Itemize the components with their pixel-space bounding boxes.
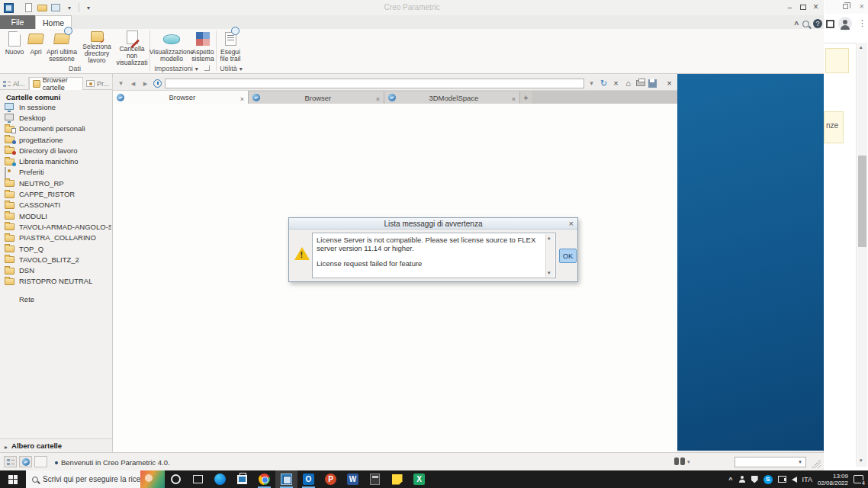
browser-tab-3dmodelspace[interactable]: 3DModelSpace [384, 92, 520, 104]
resize-grip[interactable] [812, 459, 821, 468]
outlook-button[interactable] [297, 470, 320, 488]
folder-item[interactable]: TAVOLI-ARMAD-ANGOLO-S... [5, 221, 111, 232]
tray-expand-icon[interactable] [728, 476, 732, 483]
excel-button[interactable] [408, 470, 430, 488]
start-button[interactable] [0, 470, 26, 488]
chrome-button[interactable] [253, 470, 275, 488]
folder-item[interactable]: DSN [5, 265, 111, 275]
close-tab-icon[interactable] [512, 91, 516, 104]
minimize-button[interactable] [783, 2, 796, 12]
folder-item[interactable]: NEUTRO_RP [5, 178, 111, 188]
restore-icon[interactable] [843, 4, 848, 9]
close-icon[interactable] [860, 2, 864, 11]
tray-volume-icon[interactable] [792, 477, 797, 483]
open-last-session-button[interactable]: Apri ultima sessione [46, 30, 78, 64]
task-view-button[interactable] [187, 470, 209, 488]
sidebar-tab-favorites[interactable]: Pr... [83, 77, 113, 90]
home-icon[interactable] [623, 79, 633, 88]
open-button[interactable]: Apri [26, 30, 46, 64]
browser-menu-icon[interactable] [858, 18, 866, 28]
erase-not-displayed-button[interactable]: Cancella non visualizzati [114, 30, 149, 64]
tray-security-icon[interactable] [751, 476, 758, 483]
folder-item-libreria[interactable]: Libreria manichino [5, 156, 111, 166]
tray-person-icon[interactable] [738, 476, 746, 483]
folder-item-in-sessione[interactable]: In sessione [5, 101, 111, 112]
blank-toggle-icon[interactable] [34, 456, 47, 467]
cortana-button[interactable] [165, 470, 187, 488]
ok-button[interactable]: OK [559, 249, 577, 263]
graphics-area[interactable] [677, 74, 824, 451]
select-working-directory-button[interactable]: Seleziona directory lavoro [79, 30, 114, 64]
help-icon[interactable] [813, 19, 822, 28]
scrollbar-thumb[interactable] [858, 156, 866, 247]
toggle-tree-icon[interactable] [4, 456, 17, 467]
close-tab-icon[interactable] [376, 91, 380, 104]
close-tab-icon[interactable] [240, 91, 244, 104]
folder-item-progettazione[interactable]: progettazione [5, 134, 111, 145]
browser-tab-2[interactable]: Browser [249, 92, 384, 104]
scrollbar[interactable] [857, 43, 867, 467]
ribbon-tab-row: File Home [0, 15, 824, 29]
address-dropdown-icon[interactable] [587, 79, 596, 88]
stop-icon[interactable] [611, 79, 621, 88]
folder-item[interactable]: TAVOLO_BLITZ_2 [5, 254, 111, 265]
sidebar-tab-model-tree[interactable]: Al... [0, 77, 29, 90]
close-browser-icon[interactable] [664, 79, 674, 88]
nav-dropdown-icon[interactable] [116, 79, 126, 88]
dialog-close-icon[interactable] [569, 219, 574, 228]
folder-item[interactable]: MODULI [5, 210, 111, 221]
play-trail-file-button[interactable]: Esegui file trail [218, 30, 243, 64]
profile-avatar[interactable] [838, 17, 852, 30]
history-icon[interactable] [153, 79, 162, 88]
sidebar-tab-folder-browser[interactable]: Browser cartelle [29, 77, 83, 90]
taskbar-search[interactable]: Scrivi qui per eseguire la ricerca [26, 470, 165, 488]
folder-item[interactable]: TOP_Q [5, 243, 111, 254]
maximize-button[interactable] [796, 2, 809, 12]
toggle-browser-icon[interactable] [19, 456, 32, 467]
filter-combobox[interactable] [735, 457, 806, 467]
refresh-icon[interactable] [599, 79, 609, 88]
folder-item-desktop[interactable]: Desktop [5, 112, 111, 123]
folder-tree-bar[interactable]: Albero cartelle [0, 438, 112, 451]
word-button[interactable] [342, 470, 364, 488]
folder-item-documenti[interactable]: Documenti personali [5, 124, 111, 134]
system-appearance-button[interactable]: Aspetto sistema [191, 30, 215, 64]
extension-icon[interactable] [826, 20, 834, 28]
folder-item[interactable]: RISTOPRO NEUTRAL [5, 276, 111, 287]
network-item[interactable]: Rete [5, 294, 34, 304]
find-dropdown-icon[interactable] [687, 459, 690, 465]
new-button[interactable]: Nuovo [3, 30, 26, 64]
skype-icon[interactable] [764, 475, 773, 484]
combo-dropdown-icon[interactable] [796, 458, 805, 466]
powerpoint-button[interactable] [320, 470, 342, 488]
folder-item-directory-lavoro[interactable]: Directory di lavoro [5, 145, 111, 156]
dialog-launcher-icon[interactable] [204, 66, 210, 71]
model-display-button[interactable]: Visualizzazione modello [153, 30, 191, 64]
forward-icon[interactable] [140, 79, 150, 88]
sticky-notes-button[interactable] [386, 470, 408, 488]
search-icon[interactable] [802, 21, 809, 27]
find-icon[interactable] [674, 458, 685, 466]
group-impostazioni[interactable]: Impostazioni [149, 64, 203, 73]
calculator-button[interactable] [364, 470, 386, 488]
store-button[interactable] [231, 470, 253, 488]
dialog-scrollbar[interactable] [545, 234, 555, 277]
new-tab-button[interactable]: + [520, 92, 532, 104]
creo-taskbar-button[interactable] [275, 470, 297, 488]
edge-button[interactable] [209, 470, 231, 488]
action-center-icon[interactable]: 4 [854, 475, 863, 483]
folder-item-preferiti[interactable]: Preferiti [5, 167, 111, 178]
folder-item[interactable]: PIASTRA_COLLARINO [5, 233, 111, 243]
close-button[interactable] [809, 2, 822, 12]
group-utilita[interactable]: Utilità [216, 64, 246, 73]
folder-item[interactable]: CASSONATI [5, 200, 111, 210]
back-icon[interactable] [128, 79, 138, 88]
browser-tab-1[interactable]: Browser [113, 91, 249, 104]
tab-file[interactable]: File [0, 15, 35, 29]
clock[interactable]: 13:09 02/08/2022 [818, 473, 848, 486]
save-icon[interactable] [648, 79, 657, 88]
print-icon[interactable] [635, 79, 645, 88]
language-indicator[interactable]: ITA [802, 476, 812, 483]
address-input[interactable] [165, 79, 584, 88]
folder-item[interactable]: CAPPE_RISTOR [5, 188, 111, 199]
